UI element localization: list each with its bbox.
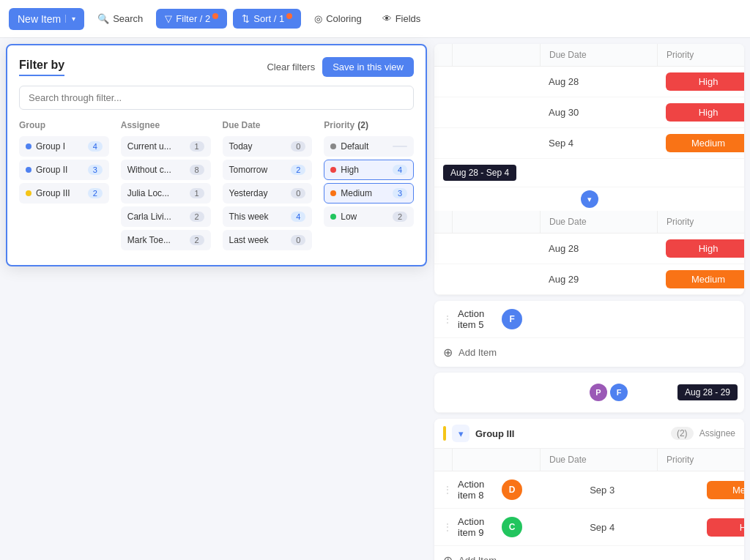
row-date-action9: Sep 4 bbox=[581, 516, 698, 539]
gantt-label-2: Aug 28 - 29 bbox=[677, 384, 738, 400]
filter-panel: Filter by Clear filters Save in this vie… bbox=[6, 44, 427, 266]
add-item-icon: ⊕ bbox=[443, 346, 453, 359]
table-area: Due Date Priority ⊕ Aug 28 High Aug 30 bbox=[428, 38, 750, 560]
drag-handle[interactable]: ⋮ bbox=[443, 314, 452, 324]
assignee-chip-3[interactable]: Julia Loc... 1 bbox=[121, 183, 211, 204]
col-header-name-3 bbox=[434, 449, 453, 471]
assignee-chip-1[interactable]: Current u... 1 bbox=[121, 136, 211, 157]
row-date-action5 bbox=[581, 313, 698, 325]
group-section-gantt2: P F Aug 28 - 29 ⋮ bbox=[434, 373, 744, 413]
priority-badge: High bbox=[666, 72, 744, 91]
row-assignee bbox=[452, 243, 540, 255]
avatar-f: F bbox=[502, 309, 522, 329]
add-item-label: Add Item bbox=[458, 347, 497, 358]
filter-search-input[interactable] bbox=[19, 86, 414, 110]
filter-actions: Clear filters Save in this view bbox=[267, 57, 414, 77]
new-item-caret[interactable]: ▾ bbox=[65, 15, 75, 23]
group-section-1: Due Date Priority ⊕ Aug 28 High Aug 30 bbox=[434, 44, 744, 295]
group-chip-3[interactable]: Group III 2 bbox=[19, 183, 109, 204]
fields-label: Fields bbox=[396, 13, 421, 24]
col-header-priority-1: Priority bbox=[658, 44, 744, 66]
sort-button[interactable]: ⇅ Sort / 1 bbox=[233, 9, 301, 29]
gantt-bar-cell: Aug 28 - Sep 4 bbox=[434, 159, 532, 187]
priority-badge: High bbox=[666, 239, 744, 258]
avatar-p: P bbox=[590, 384, 607, 401]
row-assignee bbox=[452, 274, 540, 285]
priority-badge: High bbox=[666, 103, 744, 122]
priority-badge-9: High bbox=[707, 518, 744, 537]
main-area: Filter by Clear filters Save in this vie… bbox=[0, 38, 750, 560]
row-priority: High bbox=[657, 234, 744, 264]
row-assignee bbox=[452, 138, 540, 149]
table-row: Aug 30 High bbox=[434, 97, 744, 128]
add-item-label-3: Add Item bbox=[458, 555, 497, 560]
sort-badge bbox=[286, 13, 292, 19]
row-priority: Medium bbox=[657, 128, 744, 158]
due-date-chip-last-week[interactable]: Last week 0 bbox=[223, 230, 313, 250]
group-section-3: ▾ Group III (2) Assignee Due Date Priori… bbox=[434, 419, 744, 560]
coloring-button[interactable]: ◎ Coloring bbox=[307, 9, 368, 29]
add-item-row-1[interactable]: ⊕ Add Item bbox=[434, 338, 744, 367]
clear-filters-button[interactable]: Clear filters bbox=[267, 61, 315, 72]
group-chip-2[interactable]: Group II 3 bbox=[19, 160, 109, 180]
search-button[interactable]: 🔍 Search bbox=[90, 9, 150, 29]
table-row: Aug 28 High bbox=[434, 234, 744, 264]
row-assignee-action5: F bbox=[493, 303, 581, 335]
row-date: Sep 4 bbox=[540, 132, 657, 154]
row-priority-action8: Medium bbox=[698, 475, 744, 505]
sort-label: Sort / 1 bbox=[253, 13, 284, 24]
assignee-chip-4[interactable]: Carla Livi... 2 bbox=[121, 206, 211, 227]
filter-col-group: Group Group I 4 Group II 3 Group III 2 bbox=[19, 120, 109, 253]
priority-chip-default[interactable]: Default bbox=[324, 136, 414, 157]
row-assignee-action9: C bbox=[493, 511, 581, 543]
table-row: Sep 4 Medium bbox=[434, 128, 744, 159]
due-date-chip-yesterday[interactable]: Yesterday 0 bbox=[223, 183, 313, 204]
fields-button[interactable]: 👁 Fields bbox=[375, 9, 428, 29]
assignee-chip-2[interactable]: Without c... 8 bbox=[121, 160, 211, 180]
table-row: Aug 28 High bbox=[434, 67, 744, 97]
due-date-chip-tomorrow[interactable]: Tomorrow 2 bbox=[223, 160, 313, 180]
drag-handle-8[interactable]: ⋮ bbox=[443, 485, 452, 495]
expand-section: ▾ bbox=[434, 187, 744, 211]
expand-chevron-1[interactable]: ▾ bbox=[581, 190, 598, 208]
row-priority-action5 bbox=[698, 313, 744, 325]
row-date: Aug 28 bbox=[540, 70, 657, 93]
row-date: Aug 29 bbox=[540, 268, 657, 291]
col-header-name-2 bbox=[434, 211, 453, 233]
priority-chip-low[interactable]: Low 2 bbox=[324, 206, 414, 227]
add-item-row-3[interactable]: ⊕ Add Item bbox=[434, 546, 744, 560]
row-left bbox=[434, 242, 452, 256]
group-header-3: ▾ Group III (2) Assignee bbox=[434, 419, 744, 449]
row-assignee bbox=[452, 76, 540, 88]
filter-button[interactable]: ▽ Filter / 2 bbox=[156, 9, 227, 29]
col-header-assignee-1 bbox=[453, 44, 541, 66]
group-chip-1[interactable]: Group I 4 bbox=[19, 136, 109, 157]
due-date-chip-this-week[interactable]: This week 4 bbox=[223, 206, 313, 227]
row-name-8: Action item 8 bbox=[458, 479, 484, 501]
row-left bbox=[434, 75, 452, 89]
row-left bbox=[434, 105, 452, 120]
priority-badge: Medium bbox=[666, 134, 744, 152]
priority-chip-high[interactable]: High 4 bbox=[324, 160, 414, 180]
row-name-9: Action item 9 bbox=[458, 516, 484, 538]
sort-icon: ⇅ bbox=[242, 13, 250, 24]
filter-header: Filter by Clear filters Save in this vie… bbox=[19, 57, 414, 77]
save-view-button[interactable]: Save in this view bbox=[322, 57, 414, 77]
new-item-label: New Item bbox=[18, 13, 61, 25]
priority-chip-medium[interactable]: Medium 3 bbox=[324, 183, 414, 204]
table-row-action9: ⋮ Action item 9 C Sep 4 High bbox=[434, 509, 744, 546]
avatar-d: D bbox=[502, 479, 522, 500]
due-date-chip-today[interactable]: Today 0 bbox=[223, 136, 313, 157]
row-priority: High bbox=[657, 97, 744, 127]
drag-handle-9[interactable]: ⋮ bbox=[443, 522, 452, 532]
group-expand-3[interactable]: ▾ bbox=[452, 425, 469, 442]
row-assignee-action8: D bbox=[493, 474, 581, 506]
assignee-chip-5[interactable]: Mark Toe... 2 bbox=[121, 230, 211, 250]
table-row: Aug 29 Medium bbox=[434, 264, 744, 295]
col-header-date-2: Due Date bbox=[541, 211, 658, 233]
row-left-action5: ⋮ Action item 5 bbox=[434, 301, 493, 337]
row-date: Aug 30 bbox=[540, 101, 657, 124]
col-header-date-1: Due Date bbox=[541, 44, 658, 66]
new-item-button[interactable]: New Item ▾ bbox=[9, 8, 84, 30]
priority-badge-8: Medium bbox=[707, 481, 744, 499]
